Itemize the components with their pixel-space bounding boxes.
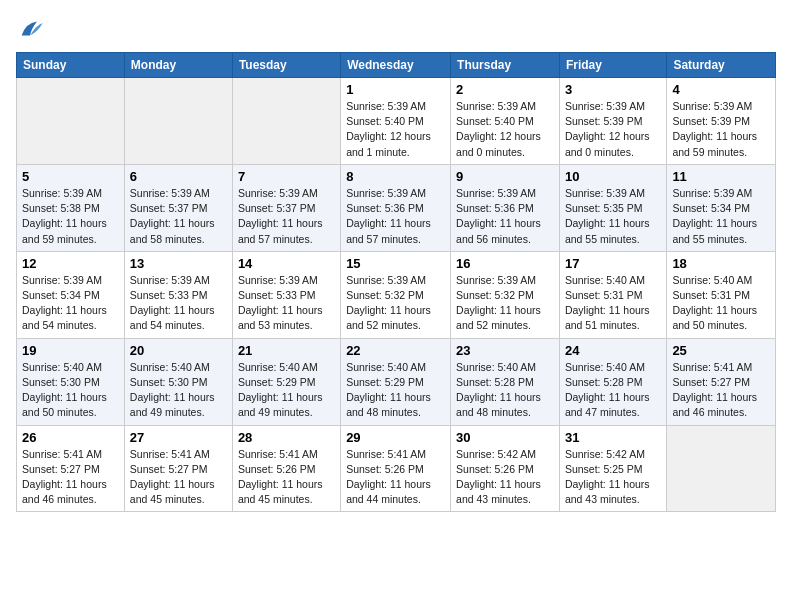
day-number: 9 — [456, 169, 554, 184]
logo-icon — [16, 16, 44, 44]
calendar-cell: 31Sunrise: 5:42 AM Sunset: 5:25 PM Dayli… — [559, 425, 666, 512]
calendar-cell: 22Sunrise: 5:40 AM Sunset: 5:29 PM Dayli… — [341, 338, 451, 425]
day-number: 8 — [346, 169, 445, 184]
day-detail: Sunrise: 5:39 AM Sunset: 5:37 PM Dayligh… — [130, 186, 227, 247]
calendar-cell: 1Sunrise: 5:39 AM Sunset: 5:40 PM Daylig… — [341, 78, 451, 165]
calendar-cell: 26Sunrise: 5:41 AM Sunset: 5:27 PM Dayli… — [17, 425, 125, 512]
calendar-cell: 7Sunrise: 5:39 AM Sunset: 5:37 PM Daylig… — [232, 164, 340, 251]
day-number: 27 — [130, 430, 227, 445]
day-number: 15 — [346, 256, 445, 271]
day-detail: Sunrise: 5:39 AM Sunset: 5:35 PM Dayligh… — [565, 186, 661, 247]
day-number: 23 — [456, 343, 554, 358]
day-detail: Sunrise: 5:40 AM Sunset: 5:29 PM Dayligh… — [346, 360, 445, 421]
day-detail: Sunrise: 5:39 AM Sunset: 5:40 PM Dayligh… — [456, 99, 554, 160]
weekday-header-friday: Friday — [559, 53, 666, 78]
calendar-cell: 20Sunrise: 5:40 AM Sunset: 5:30 PM Dayli… — [124, 338, 232, 425]
calendar-cell: 21Sunrise: 5:40 AM Sunset: 5:29 PM Dayli… — [232, 338, 340, 425]
calendar-cell: 13Sunrise: 5:39 AM Sunset: 5:33 PM Dayli… — [124, 251, 232, 338]
weekday-header-monday: Monday — [124, 53, 232, 78]
day-number: 2 — [456, 82, 554, 97]
day-detail: Sunrise: 5:39 AM Sunset: 5:39 PM Dayligh… — [565, 99, 661, 160]
calendar-cell: 10Sunrise: 5:39 AM Sunset: 5:35 PM Dayli… — [559, 164, 666, 251]
page-header — [16, 16, 776, 44]
day-number: 6 — [130, 169, 227, 184]
calendar-cell: 5Sunrise: 5:39 AM Sunset: 5:38 PM Daylig… — [17, 164, 125, 251]
day-detail: Sunrise: 5:41 AM Sunset: 5:26 PM Dayligh… — [238, 447, 335, 508]
day-number: 21 — [238, 343, 335, 358]
calendar-cell: 23Sunrise: 5:40 AM Sunset: 5:28 PM Dayli… — [451, 338, 560, 425]
day-detail: Sunrise: 5:39 AM Sunset: 5:36 PM Dayligh… — [456, 186, 554, 247]
calendar-cell: 14Sunrise: 5:39 AM Sunset: 5:33 PM Dayli… — [232, 251, 340, 338]
calendar-cell: 9Sunrise: 5:39 AM Sunset: 5:36 PM Daylig… — [451, 164, 560, 251]
day-detail: Sunrise: 5:39 AM Sunset: 5:33 PM Dayligh… — [238, 273, 335, 334]
weekday-header-wednesday: Wednesday — [341, 53, 451, 78]
calendar-cell: 17Sunrise: 5:40 AM Sunset: 5:31 PM Dayli… — [559, 251, 666, 338]
day-detail: Sunrise: 5:41 AM Sunset: 5:27 PM Dayligh… — [130, 447, 227, 508]
day-number: 3 — [565, 82, 661, 97]
day-number: 14 — [238, 256, 335, 271]
day-detail: Sunrise: 5:39 AM Sunset: 5:40 PM Dayligh… — [346, 99, 445, 160]
day-detail: Sunrise: 5:40 AM Sunset: 5:30 PM Dayligh… — [22, 360, 119, 421]
day-detail: Sunrise: 5:39 AM Sunset: 5:34 PM Dayligh… — [22, 273, 119, 334]
day-detail: Sunrise: 5:40 AM Sunset: 5:30 PM Dayligh… — [130, 360, 227, 421]
day-number: 22 — [346, 343, 445, 358]
week-row-3: 19Sunrise: 5:40 AM Sunset: 5:30 PM Dayli… — [17, 338, 776, 425]
day-detail: Sunrise: 5:41 AM Sunset: 5:27 PM Dayligh… — [22, 447, 119, 508]
day-number: 4 — [672, 82, 770, 97]
calendar-cell: 29Sunrise: 5:41 AM Sunset: 5:26 PM Dayli… — [341, 425, 451, 512]
calendar-cell: 8Sunrise: 5:39 AM Sunset: 5:36 PM Daylig… — [341, 164, 451, 251]
calendar-cell: 30Sunrise: 5:42 AM Sunset: 5:26 PM Dayli… — [451, 425, 560, 512]
day-number: 11 — [672, 169, 770, 184]
day-number: 7 — [238, 169, 335, 184]
calendar-cell: 6Sunrise: 5:39 AM Sunset: 5:37 PM Daylig… — [124, 164, 232, 251]
day-number: 18 — [672, 256, 770, 271]
day-detail: Sunrise: 5:40 AM Sunset: 5:28 PM Dayligh… — [456, 360, 554, 421]
calendar-cell: 28Sunrise: 5:41 AM Sunset: 5:26 PM Dayli… — [232, 425, 340, 512]
day-detail: Sunrise: 5:40 AM Sunset: 5:29 PM Dayligh… — [238, 360, 335, 421]
day-detail: Sunrise: 5:39 AM Sunset: 5:34 PM Dayligh… — [672, 186, 770, 247]
day-number: 13 — [130, 256, 227, 271]
weekday-header-thursday: Thursday — [451, 53, 560, 78]
calendar-cell: 25Sunrise: 5:41 AM Sunset: 5:27 PM Dayli… — [667, 338, 776, 425]
day-number: 26 — [22, 430, 119, 445]
calendar-cell — [667, 425, 776, 512]
day-detail: Sunrise: 5:42 AM Sunset: 5:25 PM Dayligh… — [565, 447, 661, 508]
day-detail: Sunrise: 5:39 AM Sunset: 5:38 PM Dayligh… — [22, 186, 119, 247]
day-number: 28 — [238, 430, 335, 445]
calendar-cell: 24Sunrise: 5:40 AM Sunset: 5:28 PM Dayli… — [559, 338, 666, 425]
day-detail: Sunrise: 5:40 AM Sunset: 5:28 PM Dayligh… — [565, 360, 661, 421]
calendar-cell — [17, 78, 125, 165]
calendar-cell: 4Sunrise: 5:39 AM Sunset: 5:39 PM Daylig… — [667, 78, 776, 165]
day-detail: Sunrise: 5:42 AM Sunset: 5:26 PM Dayligh… — [456, 447, 554, 508]
day-number: 30 — [456, 430, 554, 445]
calendar-cell: 12Sunrise: 5:39 AM Sunset: 5:34 PM Dayli… — [17, 251, 125, 338]
weekday-header-tuesday: Tuesday — [232, 53, 340, 78]
day-number: 24 — [565, 343, 661, 358]
calendar-cell: 18Sunrise: 5:40 AM Sunset: 5:31 PM Dayli… — [667, 251, 776, 338]
week-row-0: 1Sunrise: 5:39 AM Sunset: 5:40 PM Daylig… — [17, 78, 776, 165]
week-row-4: 26Sunrise: 5:41 AM Sunset: 5:27 PM Dayli… — [17, 425, 776, 512]
day-detail: Sunrise: 5:40 AM Sunset: 5:31 PM Dayligh… — [565, 273, 661, 334]
weekday-header-sunday: Sunday — [17, 53, 125, 78]
day-number: 16 — [456, 256, 554, 271]
day-detail: Sunrise: 5:39 AM Sunset: 5:37 PM Dayligh… — [238, 186, 335, 247]
calendar-cell — [232, 78, 340, 165]
day-detail: Sunrise: 5:41 AM Sunset: 5:26 PM Dayligh… — [346, 447, 445, 508]
week-row-2: 12Sunrise: 5:39 AM Sunset: 5:34 PM Dayli… — [17, 251, 776, 338]
calendar-cell: 16Sunrise: 5:39 AM Sunset: 5:32 PM Dayli… — [451, 251, 560, 338]
day-detail: Sunrise: 5:40 AM Sunset: 5:31 PM Dayligh… — [672, 273, 770, 334]
day-detail: Sunrise: 5:39 AM Sunset: 5:32 PM Dayligh… — [456, 273, 554, 334]
calendar-cell: 15Sunrise: 5:39 AM Sunset: 5:32 PM Dayli… — [341, 251, 451, 338]
day-number: 29 — [346, 430, 445, 445]
calendar-cell: 2Sunrise: 5:39 AM Sunset: 5:40 PM Daylig… — [451, 78, 560, 165]
week-row-1: 5Sunrise: 5:39 AM Sunset: 5:38 PM Daylig… — [17, 164, 776, 251]
day-number: 1 — [346, 82, 445, 97]
calendar-cell: 27Sunrise: 5:41 AM Sunset: 5:27 PM Dayli… — [124, 425, 232, 512]
logo — [16, 16, 48, 44]
weekday-header-saturday: Saturday — [667, 53, 776, 78]
day-detail: Sunrise: 5:41 AM Sunset: 5:27 PM Dayligh… — [672, 360, 770, 421]
calendar-cell: 19Sunrise: 5:40 AM Sunset: 5:30 PM Dayli… — [17, 338, 125, 425]
day-number: 25 — [672, 343, 770, 358]
day-number: 20 — [130, 343, 227, 358]
day-number: 19 — [22, 343, 119, 358]
